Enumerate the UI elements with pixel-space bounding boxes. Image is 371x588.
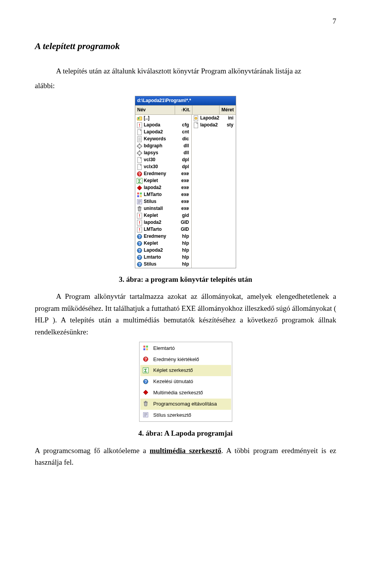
excl-icon: ! (136, 220, 143, 226)
file-name: Keplet (144, 177, 175, 184)
doc-icon (136, 164, 143, 170)
file-name: Lapoda2 (144, 128, 175, 136)
menu-item-label: Kezelési útmutató (153, 378, 193, 386)
mosaic-icon (143, 345, 150, 352)
svg-rect-34 (139, 206, 140, 207)
file-row[interactable]: Keywordsdic (135, 136, 191, 143)
file-row[interactable]: LMTartoexe (135, 191, 191, 198)
file-row[interactable]: !Lapodacfg (135, 122, 191, 129)
file-row[interactable]: [..] (135, 115, 191, 122)
svg-text:?: ? (138, 262, 141, 267)
file-name: Stilus (144, 198, 175, 205)
svg-rect-55 (146, 346, 148, 348)
file-name: Eredmeny (144, 233, 175, 240)
file-row[interactable]: ?Lmtartohlp (135, 254, 191, 261)
file-row[interactable]: vclx30dpl (135, 164, 191, 170)
qred-icon: ? (143, 356, 150, 363)
file-ext: dic (175, 135, 190, 143)
svg-rect-65 (145, 401, 146, 402)
file-row[interactable]: lapoda2exe (135, 184, 191, 191)
gear-icon (136, 143, 143, 149)
svg-point-14 (139, 152, 140, 154)
svg-text:?: ? (138, 235, 141, 239)
intro-paragraph: A telepítés után az általunk kiválasztot… (35, 65, 336, 77)
file-row[interactable]: lapsysdll (135, 150, 191, 157)
file-row[interactable]: ?Eredmenyhlp (135, 233, 191, 240)
closing-paragraph: A programcsomag fő alkotóeleme a multimé… (35, 445, 336, 469)
file-ext: dpl (175, 156, 190, 164)
file-name: lapoda2 (200, 121, 220, 129)
file-row[interactable]: Lapoda2ini (192, 115, 236, 122)
svg-point-52 (195, 117, 197, 119)
qred-icon: ? (136, 171, 143, 177)
menu-item-label: Eredmény kiértékelő (153, 356, 199, 364)
col-size[interactable]: Méret (220, 106, 236, 114)
menu-item[interactable]: ?Eredmény kiértékelő (140, 354, 231, 365)
menu-item[interactable]: Stílus szerkesztő (140, 410, 231, 421)
menu-item[interactable]: ?Kezelési útmutató (140, 376, 231, 387)
file-row[interactable]: vcl30dpl (135, 157, 191, 164)
excl-icon: ! (136, 227, 143, 233)
file-name: vcl30 (144, 156, 175, 164)
file-row[interactable]: ?Keplethlp (135, 240, 191, 247)
file-row[interactable]: Stilusexe (135, 198, 191, 205)
text-icon (136, 136, 143, 142)
text: A telepítés után az általunk kiválasztot… (56, 67, 301, 75)
svg-text:?: ? (144, 357, 146, 361)
file-row[interactable]: ΣKepletexe (135, 177, 191, 184)
col-ext[interactable]: ↑Kit. (175, 106, 192, 114)
col-name[interactable]: Név (135, 106, 175, 114)
file-ext: exe (175, 170, 190, 177)
col-name-2[interactable] (192, 106, 220, 114)
file-row[interactable]: Lapoda2cnt (135, 129, 191, 136)
file-ext: exe (175, 184, 190, 191)
svg-rect-15 (139, 150, 140, 152)
svg-text:!: ! (139, 220, 140, 225)
mosaic-icon (136, 192, 143, 198)
menu-item[interactable]: Multimédia szerkesztő (140, 387, 231, 399)
svg-text:?: ? (144, 380, 146, 384)
menu-item[interactable]: ΣKéplet szerkesztő (140, 365, 231, 376)
menu-item[interactable]: Programcsomag eltávolítása (140, 399, 231, 410)
file-row[interactable]: ?Eredmenyexe (135, 170, 191, 177)
file-ext: exe (175, 191, 190, 198)
file-row[interactable]: !lapoda2GID (135, 219, 191, 226)
column-headers: Név ↑Kit. Méret (135, 106, 236, 115)
file-name: [..] (144, 114, 175, 122)
file-name: uninstall (144, 205, 175, 212)
file-column-right: Lapoda2inilapoda2sty (192, 115, 236, 268)
svg-text:?: ? (138, 242, 141, 246)
menu-item-label: Multimédia szerkesztő (153, 389, 203, 397)
file-row[interactable]: bdgraphdll (135, 143, 191, 150)
help-icon: ? (136, 261, 143, 268)
file-row[interactable]: !Kepletgid (135, 212, 191, 219)
ini-icon (193, 115, 199, 121)
file-ext: hlp (175, 233, 190, 240)
file-commander-panel: d:\Lapoda21\Program\*.* Név ↑Kit. Méret … (135, 96, 236, 268)
file-ext: dll (175, 142, 190, 150)
file-row[interactable]: !LMTartoGID (135, 226, 191, 233)
file-name: Lapoda2 (200, 114, 220, 122)
svg-text:!: ! (139, 213, 140, 218)
svg-rect-18 (141, 153, 142, 153)
menu-item[interactable]: Elemtartó (140, 343, 231, 354)
file-row[interactable]: ?Lapoda2hlp (135, 247, 191, 254)
file-name: Eredmeny (144, 170, 175, 177)
panel-path: d:\Lapoda21\Program\*.* (135, 96, 236, 106)
svg-text:?: ? (138, 256, 141, 260)
file-ext: dll (175, 149, 190, 157)
svg-rect-56 (143, 348, 145, 350)
file-name: Keplet (144, 240, 175, 247)
svg-text:!: ! (139, 123, 140, 128)
file-name: lapoda2 (144, 219, 175, 226)
file-row[interactable]: ?Stilushlp (135, 261, 191, 268)
svg-rect-27 (137, 195, 139, 197)
help-icon: ? (136, 254, 143, 261)
file-row[interactable]: lapoda2sty (192, 122, 236, 129)
svg-text:?: ? (138, 172, 141, 176)
file-ext: hlp (175, 247, 190, 254)
file-ext: GID (175, 219, 190, 226)
file-row[interactable]: uninstallexe (135, 205, 191, 212)
updir-icon (136, 115, 143, 121)
file-ext: sty (220, 121, 235, 129)
